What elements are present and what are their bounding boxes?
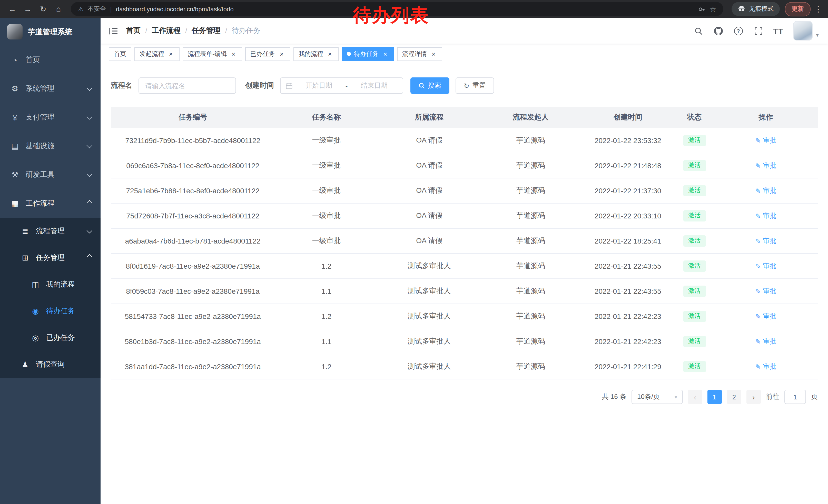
page-button-2[interactable]: 2 [727,390,741,404]
bookmark-star-icon[interactable]: ☆ [710,5,716,13]
date-range-picker[interactable]: 开始日期 - 结束日期 [280,78,403,94]
sidebar-item-workflow[interactable]: ▦ 工作流程 [0,189,100,218]
tab-home[interactable]: 首页 [109,47,131,61]
password-key-icon[interactable] [699,5,706,12]
sidebar-item-infrastructure[interactable]: ▤ 基础设施 [0,132,100,161]
cell-task-id: 73211d9d-7b9b-11ec-b5b7-acde48001122 [111,128,275,153]
fullscreen-icon[interactable] [753,26,763,36]
sidebar-item-done-task[interactable]: ◎ 已办任务 [0,325,100,351]
next-page-button[interactable]: › [746,390,761,404]
tab-start-process[interactable]: 发起流程 × [134,47,179,61]
reset-button[interactable]: ↻ 重置 [456,78,494,94]
cell-initiator: 芋道源码 [481,178,581,203]
sidebar-item-todo-task[interactable]: ◉ 待办任务 [0,298,100,325]
cell-initiator: 芋道源码 [481,329,581,354]
cell-status: 激活 [675,228,714,254]
process-name-input[interactable] [138,78,236,94]
browser-back-button[interactable]: ← [5,2,19,16]
page-url[interactable]: dashboard.yudao.iocoder.cn/bpm/task/todo [116,5,234,12]
status-badge: 激活 [683,261,706,272]
address-separator: | [110,5,112,12]
sidebar: 芋道管理系统 ◔ 首页 ⚙ 系统管理 ¥ 支付管理 ▤ [0,18,100,504]
tools-icon: ⚒ [10,170,19,179]
approve-link[interactable]: ✎ 审批 [755,186,776,195]
cell-action: ✎ 审批 [714,128,818,153]
browser-home-button[interactable]: ⌂ [51,2,66,16]
close-icon[interactable]: × [230,50,237,57]
caret-down-icon: ▾ [675,394,677,400]
approve-link[interactable]: ✎ 审批 [755,362,776,371]
sidebar-item-home[interactable]: ◔ 首页 [0,46,100,74]
breadcrumb-home[interactable]: 首页 [126,26,140,35]
breadcrumb-workflow[interactable]: 工作流程 [152,26,180,35]
process-name-label: 流程名 [111,81,132,90]
sidebar-item-process-management[interactable]: ≣ 流程管理 [0,218,100,244]
goto-page-input[interactable] [784,390,806,404]
cell-created: 2022-01-22 21:48:48 [581,153,675,178]
approve-link[interactable]: ✎ 审批 [755,287,776,296]
collapse-sidebar-icon[interactable] [100,18,126,44]
workflow-submenu: ≣ 流程管理 ⊞ 任务管理 ◫ 我的流程 ◉ 待 [0,218,100,378]
help-icon[interactable]: ? [733,26,743,36]
tab-done-task[interactable]: 已办任务 × [245,47,290,61]
col-process: 所属流程 [378,107,481,128]
cell-task-name: 1.2 [275,354,378,379]
security-label[interactable]: 不安全 [88,5,106,13]
sidebar-item-my-process[interactable]: ◫ 我的流程 [0,271,100,298]
edit-icon: ✎ [755,287,761,295]
breadcrumb-current: 待办任务 [232,26,260,35]
col-task-id: 任务编号 [111,107,275,128]
browser-forward-button[interactable]: → [20,2,35,16]
browser-reload-button[interactable]: ↻ [36,2,50,16]
start-date-placeholder[interactable]: 开始日期 [295,81,342,90]
tab-todo-task[interactable]: 待办任务 × [342,47,394,61]
approve-link[interactable]: ✎ 审批 [755,262,776,271]
close-icon[interactable]: × [326,50,333,57]
browser-menu-icon[interactable]: ⋮ [814,4,823,13]
status-badge: 激活 [683,135,706,146]
approve-link[interactable]: ✎ 审批 [755,236,776,245]
cell-action: ✎ 审批 [714,178,818,203]
sidebar-item-payment[interactable]: ¥ 支付管理 [0,103,100,132]
page-button-1[interactable]: 1 [707,390,722,404]
breadcrumb-task-management[interactable]: 任务管理 [192,26,220,35]
avatar[interactable] [793,21,813,41]
approve-link[interactable]: ✎ 审批 [755,161,776,170]
sidebar-item-devtools[interactable]: ⚒ 研发工具 [0,161,100,189]
close-icon[interactable]: × [382,50,389,57]
search-button[interactable]: 搜索 [410,78,449,94]
chevron-up-icon [87,200,93,206]
tab-my-process[interactable]: 我的流程 × [293,47,339,61]
cell-task-name: 一级审批 [275,128,378,153]
edit-icon: ✎ [755,162,761,170]
approve-link[interactable]: ✎ 审批 [755,312,776,321]
github-icon[interactable] [713,26,723,36]
edit-icon: ✎ [755,237,761,245]
close-icon[interactable]: × [278,50,285,57]
tab-process-detail[interactable]: 流程详情 × [397,47,442,61]
search-icon[interactable] [693,26,703,36]
page-unit-label: 页 [811,392,818,402]
workflow-icon: ▦ [10,199,19,208]
approve-link[interactable]: ✎ 审批 [755,337,776,346]
end-date-placeholder[interactable]: 结束日期 [350,81,398,90]
sidebar-item-task-management[interactable]: ⊞ 任务管理 [0,244,100,271]
chevron-down-icon [87,114,93,120]
cell-task-name: 一级审批 [275,178,378,203]
font-size-icon[interactable]: TT [773,27,784,35]
close-icon[interactable]: × [167,50,174,57]
tab-process-form-edit[interactable]: 流程表单-编辑 × [182,47,242,61]
prev-page-button[interactable]: ‹ [688,390,702,404]
cell-process: 测试多审批人 [378,354,481,379]
chevron-down-icon [87,85,93,91]
approve-link[interactable]: ✎ 审批 [755,136,776,145]
close-icon[interactable]: × [430,50,437,57]
sidebar-logo[interactable]: 芋道管理系统 [0,18,100,46]
user-menu[interactable]: ▾ [793,21,819,41]
sidebar-item-leave-query[interactable]: ♟ 请假查询 [0,351,100,378]
page-size-select[interactable]: 10条/页 ▾ [631,390,683,404]
browser-update-button[interactable]: 更新 [785,2,811,16]
approve-link[interactable]: ✎ 审批 [755,211,776,221]
sidebar-item-system[interactable]: ⚙ 系统管理 [0,74,100,103]
status-badge: 激活 [683,210,706,221]
